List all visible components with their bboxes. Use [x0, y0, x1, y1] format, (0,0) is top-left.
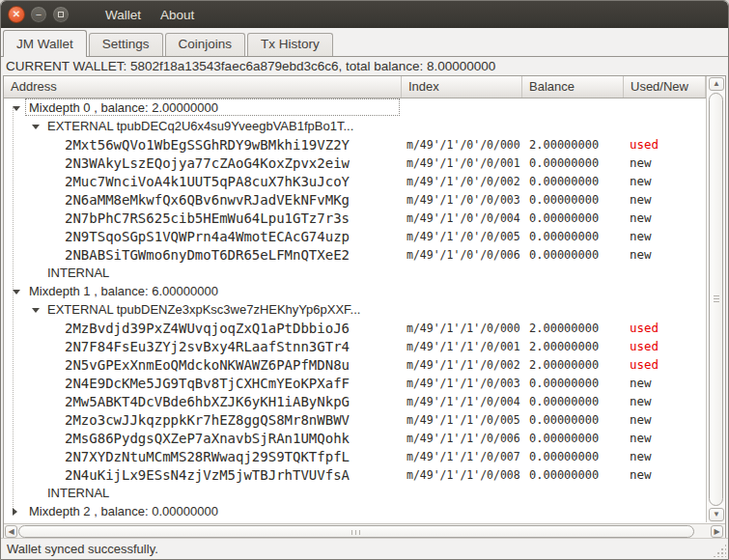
- balance-cell: 2.00000000: [522, 322, 624, 335]
- vertical-scrollbar[interactable]: ▲ ▼: [706, 76, 725, 522]
- balance-cell: 0.00000000: [522, 432, 624, 445]
- address-cell: 2Mxt56wQVo1WbEgSSGhRDY9wBMkhi19VZ2Y: [4, 135, 402, 154]
- balance-cell: 0.00000000: [522, 156, 624, 170]
- column-header-used-new[interactable]: Used/New: [624, 76, 706, 98]
- status-cell: new: [624, 210, 701, 225]
- address-text: 2N7XYDzNtuMCmMS28RWwaqj29S9TQKTfpfL: [65, 449, 350, 464]
- horizontal-scrollbar[interactable]: ◀ ▶: [4, 523, 725, 539]
- tree-row[interactable]: Mixdepth 0 , balance: 2.00000000: [4, 98, 706, 117]
- index-cell: m/49'/1'/0'/0/000: [402, 138, 522, 152]
- address-cell: 2N4E9DcKMe5JG9TqBv8TjCXHCmYEoKPXafF: [4, 374, 402, 392]
- tree-row[interactable]: 2N7XYDzNtuMCmMS28RWwaqj29S9TQKTfpfLm/49'…: [4, 447, 706, 465]
- scroll-down-button[interactable]: ▼: [709, 508, 724, 521]
- balance-cell: 0.00000000: [522, 413, 624, 427]
- address-text: 2N4uKijLx9ESsN4zjVzM5jwTBJrhTVUVfsA: [65, 467, 350, 483]
- row-label: Mixdepth 1 , balance: 6.00000000: [29, 284, 218, 298]
- address-cell: 2N6aMM8eMkwfQx6QBv6nwvRJadVEkNFvMKg: [4, 190, 402, 209]
- tree-row[interactable]: 2Mzo3cwJJkqzppkKr7hEZ8ggQS8Mr8nWBWVm/49'…: [4, 410, 706, 429]
- menu-about[interactable]: About: [151, 8, 204, 22]
- menu-wallet[interactable]: Wallet: [96, 8, 151, 22]
- expander-icon-expanded[interactable]: [13, 290, 20, 294]
- vertical-scrollbar-thumb[interactable]: [709, 93, 723, 506]
- index-cell: m/49'/1'/0'/0/002: [402, 175, 522, 188]
- status-cell: new: [624, 229, 701, 243]
- tree-row[interactable]: 2Muc7WnciVoA4k1UUT5qPA8cuX7hK3uJcoYm/49'…: [4, 172, 706, 190]
- tab-bar: JM WalletSettingsCoinjoinsTx History: [1, 28, 728, 57]
- balance-cell: 0.00000000: [522, 468, 624, 482]
- scroll-right-button[interactable]: ▶: [711, 525, 723, 538]
- status-cell: used: [624, 339, 701, 353]
- close-button[interactable]: ✕: [8, 6, 25, 23]
- tree-row[interactable]: Mixdepth 2 , balance: 0.00000000: [4, 502, 706, 520]
- address-text: 2N4E9DcKMe5JG9TqBv8TjCXHCmYEoKPXafF: [65, 376, 350, 391]
- tree-row[interactable]: 2N9TSqoSGpS1VQWPrn4a4WmotECAcG74uzpm/49'…: [4, 227, 706, 245]
- minimize-button[interactable]: −: [30, 6, 47, 23]
- row-label: Mixdepth 2 , balance: 0.00000000: [29, 504, 218, 518]
- index-cell: m/49'/1'/1'/0/001: [402, 340, 522, 353]
- tree-row[interactable]: 2N7F84FsEu3ZYj2svBxy4RLaafStnn3GTr4m/49'…: [4, 337, 706, 355]
- scroll-up-button[interactable]: ▲: [709, 77, 724, 91]
- address-cell: 2Muc7WnciVoA4k1UUT5qPA8cuX7hK3uJcoY: [4, 172, 402, 190]
- tree-row[interactable]: 2N4uKijLx9ESsN4zjVzM5jwTBJrhTVUVfsAm/49'…: [4, 465, 706, 484]
- tree-row[interactable]: 2Mw5ABKT4DcVBde6hbXZJK6yKH1iAByNkpGm/49'…: [4, 392, 706, 410]
- tree-row[interactable]: EXTERNAL tpubDENZe3xpKsc3we7zHEKhyYp6pXX…: [4, 300, 706, 319]
- horizontal-scrollbar-thumb[interactable]: [18, 525, 694, 538]
- tree-row[interactable]: INTERNAL: [4, 264, 706, 282]
- balance-cell: 0.00000000: [522, 193, 624, 207]
- tree-row[interactable]: INTERNAL: [4, 484, 706, 502]
- address-text: 2Mw5ABKT4DcVBde6hbXZJK6yKH1iAByNkpG: [65, 394, 350, 409]
- tree-row[interactable]: 2NBABSiTGWmo6nyDmoT6DR65eLFMnQTXeE2m/49'…: [4, 245, 706, 264]
- resize-grip-icon[interactable]: [713, 544, 726, 557]
- balance-cell: 0.00000000: [522, 230, 624, 243]
- tree-row[interactable]: 2N3WAkyLszEQojya77cZAoG4KoxZpvx2eiwm/49'…: [4, 154, 706, 172]
- tab-jm-wallet[interactable]: JM Wallet: [3, 30, 87, 57]
- row-label: INTERNAL: [47, 486, 109, 500]
- balance-cell: 0.00000000: [522, 211, 624, 225]
- address-text: 2Mzo3cwJJkqzppkKr7hEZ8ggQS8Mr8nWBWV: [65, 412, 350, 428]
- tree-row[interactable]: Mixdepth 1 , balance: 6.00000000: [4, 282, 706, 300]
- tree-row[interactable]: 2MzBvdjd39PxZ4WUvqjoqZxQ1aPtDbbioJ6m/49'…: [4, 319, 706, 337]
- expander-icon-collapsed[interactable]: [13, 508, 17, 516]
- scroll-left-button[interactable]: ◀: [5, 525, 17, 538]
- scroll-down-icon: ▼: [713, 510, 720, 518]
- row-label: EXTERNAL tpubDECq2U6x4su9YveegbVAB1fpBo1…: [47, 119, 353, 133]
- address-cell: 2MsG86PydgsQXZeP7aXnavbSjRAn1UMQohk: [4, 429, 402, 447]
- tree-row[interactable]: 2N6aMM8eMkwfQx6QBv6nwvRJadVEkNFvMKgm/49'…: [4, 190, 706, 209]
- column-header-address[interactable]: Address: [4, 76, 402, 98]
- expander-icon-expanded[interactable]: [32, 125, 40, 129]
- address-cell: EXTERNAL tpubDECq2U6x4su9YveegbVAB1fpBo1…: [4, 117, 402, 135]
- maximize-button[interactable]: [52, 6, 70, 23]
- minimize-icon: −: [36, 10, 42, 20]
- scroll-left-icon: ◀: [8, 527, 14, 536]
- index-cell: m/49'/1'/0'/0/001: [402, 156, 522, 170]
- status-cell: new: [624, 155, 701, 170]
- expander-icon-expanded[interactable]: [32, 308, 40, 313]
- index-cell: m/49'/1'/1'/0/004: [402, 395, 522, 408]
- wallet-tree: AddressIndexBalanceUsed/New Mixdepth 0 ,…: [3, 75, 726, 540]
- expander-icon-expanded[interactable]: [13, 106, 20, 111]
- tree-row[interactable]: 2Mxt56wQVo1WbEgSSGhRDY9wBMkhi19VZ2Ym/49'…: [4, 135, 706, 154]
- column-header-balance[interactable]: Balance: [522, 76, 624, 98]
- address-cell: EXTERNAL tpubDENZe3xpKsc3we7zHEKhyYp6pXX…: [4, 300, 402, 319]
- address-cell: 2N5vGPExXnmEoQMdckoNKWAWZ6PAPfMDN8u: [4, 355, 402, 374]
- index-cell: m/49'/1'/0'/0/003: [402, 193, 522, 207]
- tree-row[interactable]: 2N5vGPExXnmEoQMdckoNKWAWZ6PAPfMDN8um/49'…: [4, 355, 706, 374]
- address-text: 2NBABSiTGWmo6nyDmoT6DR65eLFMnQTXeE2: [65, 247, 350, 263]
- index-cell: m/49'/1'/0'/0/006: [402, 248, 522, 262]
- address-text: 2N7bPhC7RS625cib5HEmWu64Lpu1GTz7r3s: [65, 210, 350, 226]
- status-cell: used: [624, 137, 701, 152]
- tab-coinjoins[interactable]: Coinjoins: [165, 33, 246, 56]
- tab-tx-history[interactable]: Tx History: [247, 33, 333, 56]
- tree-row[interactable]: 2N7bPhC7RS625cib5HEmWu64Lpu1GTz7r3sm/49'…: [4, 209, 706, 227]
- tree-row[interactable]: EXTERNAL tpubDECq2U6x4su9YveegbVAB1fpBo1…: [4, 117, 706, 135]
- tab-settings[interactable]: Settings: [89, 33, 163, 56]
- maximize-icon: [58, 12, 64, 17]
- column-header-index[interactable]: Index: [402, 76, 522, 98]
- address-text: 2Mxt56wQVo1WbEgSSGhRDY9wBMkhi19VZ2Y: [65, 137, 350, 153]
- balance-cell: 0.00000000: [522, 377, 624, 390]
- balance-cell: 0.00000000: [522, 248, 624, 262]
- tree-row[interactable]: 2N4E9DcKMe5JG9TqBv8TjCXHCmYEoKPXafFm/49'…: [4, 374, 706, 392]
- tree-row[interactable]: 2MsG86PydgsQXZeP7aXnavbSjRAn1UMQohkm/49'…: [4, 429, 706, 447]
- address-text: 2N5vGPExXnmEoQMdckoNKWAWZ6PAPfMDN8u: [65, 357, 350, 373]
- address-cell: 2N7XYDzNtuMCmMS28RWwaqj29S9TQKTfpfL: [4, 447, 402, 465]
